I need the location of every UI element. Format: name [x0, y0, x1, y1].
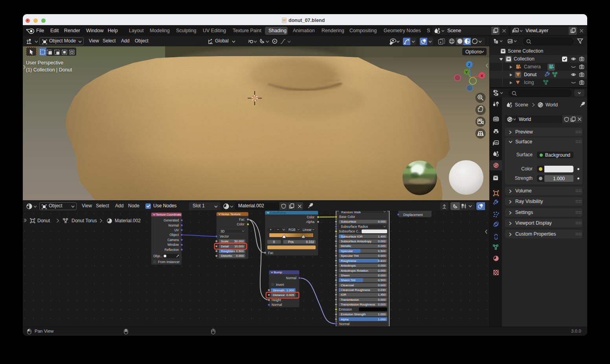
svg-text:Distortio: Distortio [221, 254, 232, 258]
svg-text:Height: Height [272, 298, 281, 302]
svg-text:–: – [277, 227, 279, 231]
svg-text:Random Walk: Random Walk [341, 211, 361, 214]
svg-text:Z: Z [468, 62, 470, 67]
svg-text:Scale: Scale [221, 240, 229, 243]
svg-text:From Instancer: From Instancer [158, 260, 180, 264]
svg-text:Subsurface Anisotropy: Subsurface Anisotropy [341, 240, 371, 243]
svg-text:Subsurface Radius: Subsurface Radius [341, 225, 368, 229]
svg-text:Color: Color [307, 216, 314, 219]
svg-text:Window: Window [167, 243, 179, 247]
svg-text:Metallic: Metallic [341, 244, 351, 248]
svg-text:0.000: 0.000 [378, 269, 386, 273]
svg-text:Noise Texture: Noise Texture [221, 212, 241, 216]
svg-text:0.000: 0.000 [378, 240, 386, 243]
svg-text:Distance: Distance [273, 293, 285, 297]
svg-text:Base Color: Base Color [339, 215, 355, 219]
svg-text:3D: 3D [220, 230, 225, 233]
svg-text:0.030: 0.030 [378, 288, 386, 292]
svg-text:0.000: 0.000 [378, 303, 386, 306]
svg-text:Specular: Specular [341, 249, 353, 253]
svg-text:0.000: 0.000 [378, 274, 386, 277]
svg-text:1.000: 1.000 [286, 289, 294, 292]
svg-text:Detail: Detail [221, 245, 229, 248]
svg-text:Linear: Linear [303, 228, 312, 232]
svg-text:Camera: Camera [167, 238, 179, 242]
svg-text:Texture Coordinate: Texture Coordinate [156, 213, 181, 216]
svg-text:Anisotropic Rotation: Anisotropic Rotation [341, 269, 368, 273]
svg-text:Displacement: Displacement [403, 213, 423, 217]
svg-text:Alpha: Alpha [306, 220, 314, 224]
svg-text:0.332: 0.332 [306, 240, 314, 244]
svg-text:0.833: 0.833 [378, 259, 386, 263]
svg-text:0.005: 0.005 [286, 293, 294, 297]
svg-text:Roughness: Roughness [341, 259, 356, 263]
svg-text:Strength: Strength [273, 289, 284, 292]
svg-text:Fac: Fac [239, 218, 244, 221]
svg-text:IOR: IOR [341, 293, 346, 296]
svg-text:Invert: Invert [276, 283, 284, 287]
svg-text:1.450: 1.450 [378, 293, 386, 296]
svg-text:0.500: 0.500 [378, 278, 386, 282]
svg-text:Transmission: Transmission [341, 298, 359, 302]
svg-text:Emission Strength: Emission Strength [341, 313, 366, 316]
svg-text:X: X [481, 73, 483, 78]
svg-text:0.000: 0.000 [378, 298, 386, 302]
svg-text:Subsurface C...: Subsurface C... [339, 230, 361, 233]
svg-text:Bump: Bump [274, 271, 282, 274]
svg-text:0.500: 0.500 [236, 249, 244, 253]
svg-text:Clearcoat: Clearcoat [341, 284, 354, 287]
svg-text:0.500: 0.500 [378, 249, 386, 253]
svg-text:Object: Object [169, 233, 179, 237]
svg-text:Clearcoat Roughness: Clearcoat Roughness [341, 288, 370, 292]
svg-text:Specular Tint: Specular Tint [341, 254, 359, 258]
svg-text:Anisotropic: Anisotropic [341, 264, 356, 267]
svg-text:Emission: Emission [339, 308, 352, 311]
svg-text:10.000: 10.000 [234, 245, 244, 248]
svg-text:Subsurface IOR: Subsurface IOR [341, 235, 363, 238]
svg-text:Alpha: Alpha [341, 318, 349, 321]
svg-text:0.000: 0.000 [378, 244, 386, 248]
svg-text:Sheen Tint: Sheen Tint [341, 278, 356, 282]
svg-text:0.000: 0.000 [236, 254, 244, 258]
svg-text:Vector: Vector [220, 235, 229, 238]
svg-text:0.000: 0.000 [378, 220, 386, 223]
svg-text:50.000: 50.000 [234, 240, 244, 243]
svg-text:Fac: Fac [268, 251, 274, 255]
svg-text:Normal: Normal [339, 322, 350, 326]
svg-text:Sheen: Sheen [341, 274, 350, 277]
svg-text:Reflection: Reflection [165, 248, 179, 252]
svg-text:1.000: 1.000 [378, 318, 386, 321]
svg-text:Transmission Roughness: Transmission Roughness [341, 303, 375, 306]
svg-text:Obje...: Obje... [153, 254, 163, 258]
svg-text:Normal: Normal [286, 276, 297, 280]
svg-text:1.000: 1.000 [378, 313, 386, 316]
svg-text:RGB: RGB [288, 228, 296, 232]
svg-text:Normal: Normal [272, 303, 282, 307]
svg-text:Color: Color [237, 223, 244, 226]
svg-text:ColorRamp: ColorRamp [270, 211, 286, 214]
svg-text:UV: UV [175, 229, 179, 232]
svg-text:0.000: 0.000 [378, 284, 386, 287]
svg-text:Y: Y [465, 70, 468, 74]
svg-text:Subsurface: Subsurface [341, 220, 356, 223]
svg-text:Pos: Pos [288, 240, 294, 244]
svg-text:0: 0 [273, 240, 275, 244]
svg-text:1.400: 1.400 [378, 235, 386, 238]
svg-text:+: + [270, 228, 272, 232]
svg-text:0.000: 0.000 [378, 264, 386, 267]
svg-text:0.000: 0.000 [378, 254, 386, 258]
svg-text:Roughnes: Roughnes [221, 249, 235, 253]
